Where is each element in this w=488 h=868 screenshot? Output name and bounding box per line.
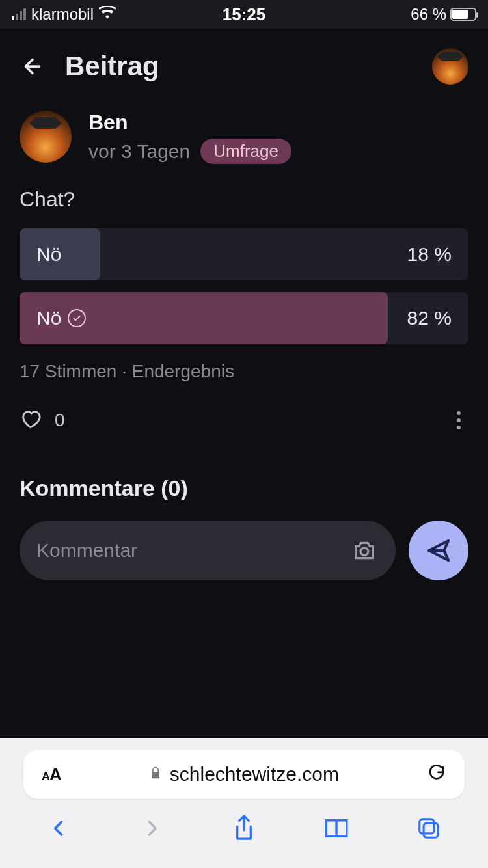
header-avatar[interactable] <box>432 48 468 85</box>
svg-rect-1 <box>420 819 434 834</box>
wifi-icon <box>99 6 116 23</box>
comments-heading: Kommentare (0) <box>20 476 468 501</box>
comment-composer <box>20 521 468 580</box>
reload-button[interactable] <box>427 763 446 785</box>
post-meta: vor 3 Tagen Umfrage <box>88 139 291 164</box>
poll-summary: 17 Stimmen · Endergebnis <box>20 361 468 382</box>
page-title: Beitrag <box>65 51 413 82</box>
carrier-label: klarmobil <box>31 5 94 23</box>
bookmarks-button[interactable] <box>317 809 356 848</box>
heart-icon[interactable] <box>20 408 42 433</box>
check-icon <box>68 309 86 327</box>
nav-forward-button[interactable] <box>132 809 171 848</box>
poll-option-0[interactable]: Nö 18 % <box>20 228 468 280</box>
lock-icon <box>149 765 162 783</box>
page-header: Beitrag <box>0 29 488 104</box>
text-size-button[interactable]: AA <box>42 765 61 785</box>
like-wrap: 0 <box>20 408 65 433</box>
author-avatar[interactable] <box>20 111 72 163</box>
safari-chrome: AA schlechtewitze.com <box>0 738 488 868</box>
share-button[interactable] <box>224 809 264 848</box>
tabs-button[interactable] <box>409 809 448 848</box>
more-button[interactable] <box>449 411 468 430</box>
author-name[interactable]: Ben <box>88 111 291 135</box>
status-right: 66 % <box>411 5 476 23</box>
status-left: klarmobil <box>12 5 116 23</box>
poll-option-1[interactable]: Nö 82 % <box>20 292 468 344</box>
status-time: 15:25 <box>223 5 266 25</box>
post-timeago: vor 3 Tagen <box>88 141 190 163</box>
poll-badge: Umfrage <box>200 139 291 164</box>
battery-label: 66 % <box>411 5 446 23</box>
comment-input-wrap <box>20 521 396 580</box>
url-bar[interactable]: AA schlechtewitze.com <box>23 750 465 799</box>
poll-option-percent: 82 % <box>407 307 452 329</box>
url-center: schlechtewitze.com <box>73 763 415 785</box>
url-text: schlechtewitze.com <box>170 763 339 785</box>
poll-option-percent: 18 % <box>407 243 452 265</box>
safari-toolbar <box>0 799 488 858</box>
poll-question: Chat? <box>20 187 468 211</box>
like-count: 0 <box>55 410 65 431</box>
nav-back-button[interactable] <box>40 809 79 848</box>
status-bar: klarmobil 15:25 66 % <box>0 0 488 29</box>
back-button[interactable] <box>20 53 46 79</box>
send-button[interactable] <box>409 521 468 580</box>
signal-icon <box>12 8 26 20</box>
svg-rect-2 <box>424 823 438 837</box>
poll-option-label: Nö <box>36 243 61 265</box>
camera-button[interactable] <box>350 536 379 565</box>
post: Ben vor 3 Tagen Umfrage Chat? Nö 18 % Nö… <box>0 104 488 580</box>
battery-icon <box>450 8 476 21</box>
post-actions: 0 <box>20 408 468 433</box>
svg-point-0 <box>360 548 368 556</box>
comment-input[interactable] <box>36 539 340 562</box>
poll-option-label: Nö <box>36 307 86 329</box>
poll-option-text: Nö <box>36 307 61 329</box>
post-header: Ben vor 3 Tagen Umfrage <box>20 111 468 164</box>
